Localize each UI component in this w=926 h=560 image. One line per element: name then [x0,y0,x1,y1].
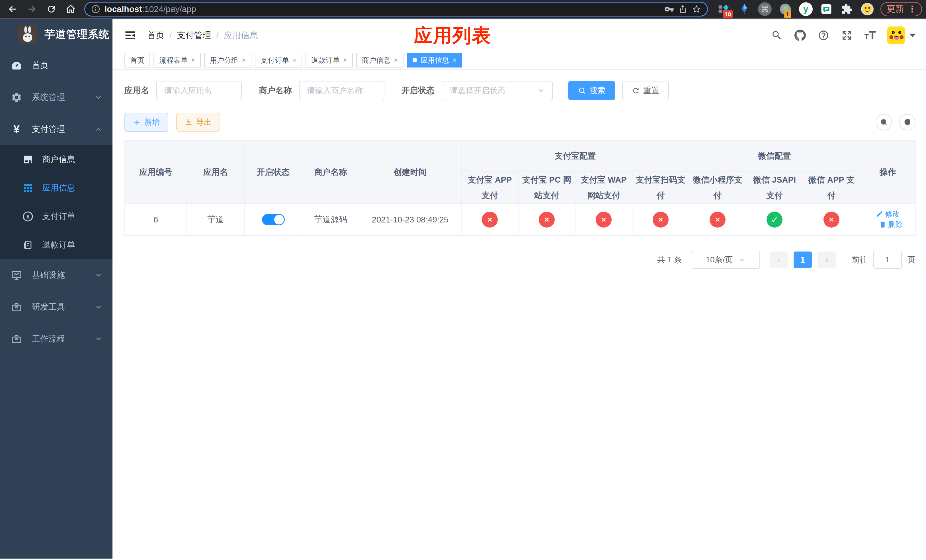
active-dot [413,58,417,62]
sidebar-item-payment[interactable]: ¥ 支付管理 [0,114,112,145]
reset-button[interactable]: 重置 [622,81,669,100]
group-header-wechat: 微信配置 [689,141,860,172]
col-header-app-id: 应用编号 [125,141,187,204]
github-icon[interactable] [794,29,806,42]
status-toggle[interactable] [262,214,285,225]
close-icon[interactable]: × [343,57,347,64]
grid-icon [22,182,33,194]
tab-pay-order[interactable]: 支付订单× [255,53,302,68]
close-icon[interactable]: × [452,57,457,64]
breadcrumb-payment[interactable]: 支付管理 [177,30,211,41]
help-icon[interactable] [817,29,830,42]
tab-refund-order[interactable]: 退款订单× [306,53,353,68]
table-refresh-button[interactable] [899,114,915,130]
extensions-puzzle-icon[interactable] [840,2,854,17]
page-content: 应用名 商户名称 开启状态 请选择开启状态 搜索 [112,70,926,558]
extension-chat-icon[interactable] [819,2,834,17]
alipay-pc-status-icon: × [539,212,555,228]
close-icon[interactable]: × [394,57,398,64]
logo-image [18,25,37,44]
extension-recorder-icon[interactable]: 1 [778,2,793,17]
sidebar-item-merchant-info[interactable]: 商户信息 [0,145,112,174]
sidebar-item-workflow[interactable]: 工作流程 [0,323,112,355]
reload-icon[interactable] [43,2,60,17]
prev-page-button[interactable]: ‹ [770,251,788,268]
shop-icon [22,154,33,165]
tab-user-group[interactable]: 用户分组× [204,53,251,68]
yen-circle-icon: ¥ [22,211,33,222]
extensions-area: 10 ⌘ 1 y [713,2,878,17]
header-search-icon[interactable] [770,29,783,42]
page-number-1[interactable]: 1 [794,251,812,268]
share-icon[interactable] [678,4,688,14]
sidebar-item-refund-order[interactable]: 退款订单 [0,231,112,259]
close-icon[interactable]: × [242,57,246,64]
chevron-down-icon [738,256,746,263]
close-icon[interactable]: × [191,57,195,64]
merchant-name-input[interactable] [307,86,377,95]
extension-kite-icon[interactable] [737,2,752,17]
col-header-alipay-app: 支付宝 APP 支付 [461,172,518,204]
cell-app-id: 6 [125,204,187,236]
extension-yuque-icon[interactable]: y [799,2,813,17]
tab-process-form[interactable]: 流程表单× [153,53,201,68]
search-button[interactable]: 搜索 [568,81,615,100]
next-page-button[interactable]: › [817,251,836,268]
chevron-up-icon [95,126,102,133]
home-icon[interactable] [62,2,79,17]
edit-link[interactable]: 修改 [876,209,900,219]
user-avatar [887,26,905,44]
pencil-icon [876,210,883,218]
collapse-sidebar-icon[interactable] [121,26,139,44]
col-header-alipay-pc: 支付宝 PC 网站支付 [518,172,575,204]
app-logo[interactable]: 芋道管理系统 [0,20,112,50]
col-header-merchant: 商户名称 [302,141,359,204]
font-size-icon[interactable]: TT [864,29,876,42]
back-icon[interactable] [4,2,21,17]
password-key-icon[interactable] [664,4,674,14]
extension-tango-icon[interactable]: 10 [716,2,731,17]
status-select[interactable]: 请选择开启状态 [442,81,553,100]
trash-icon [879,221,887,229]
dashboard-icon [11,60,22,71]
table-search-toggle-button[interactable] [876,114,892,130]
extension-command-icon[interactable]: ⌘ [757,2,772,17]
page-annotation-title: 应用列表 [414,23,491,48]
sidebar-item-infrastructure[interactable]: 基础设施 [0,259,112,291]
delete-link[interactable]: 删除 [879,219,903,230]
chevron-down-icon [95,94,102,101]
page-size-select[interactable]: 10条/页 [691,251,760,269]
sidebar-item-system[interactable]: 系统管理 [0,82,112,114]
chevron-down-icon [95,271,102,279]
export-button[interactable]: 导出 [176,113,220,132]
bookmark-star-icon[interactable] [691,4,701,14]
table-row: 6 芋道 芋道源码 2021-10-23 08:49:25 × × × × × … [125,204,916,236]
tab-home[interactable]: 首页 [124,53,150,68]
toolbox-icon [11,301,22,313]
sidebar-item-app-info[interactable]: 应用信息 [0,174,112,202]
merchant-name-label: 商户名称 [259,85,292,96]
breadcrumb-home[interactable]: 首页 [147,30,164,41]
sidebar-item-home[interactable]: 首页 [0,50,112,82]
profile-avatar-icon[interactable] [860,2,875,17]
forward-icon[interactable] [23,2,41,17]
payment-submenu: 商户信息 应用信息 ¥ 支付订单 退款订单 [0,145,112,259]
tab-app-info[interactable]: 应用信息× [407,53,462,68]
extension-badge: 10 [723,10,733,18]
chrome-menu-icon[interactable]: ⋮ [908,4,917,15]
site-info-icon[interactable] [91,4,100,14]
chrome-update-button[interactable]: 更新 ⋮ [881,2,922,16]
user-menu[interactable] [887,26,916,44]
url-bar[interactable]: localhost:1024/pay/app [84,2,708,17]
goto-page-input[interactable] [873,251,902,269]
sidebar-item-pay-order[interactable]: ¥ 支付订单 [0,202,112,231]
app-title: 芋道管理系统 [44,27,109,42]
fullscreen-icon[interactable] [841,29,853,42]
col-header-wechat-jsapi: 微信 JSAPI 支付 [746,172,803,204]
tab-merchant-info[interactable]: 商户信息× [356,53,404,68]
close-icon[interactable]: × [292,57,297,64]
col-header-wechat-mini: 微信小程序支付 [689,172,746,204]
app-name-input[interactable] [164,86,234,95]
sidebar-item-dev-tools[interactable]: 研发工具 [0,291,112,323]
add-button[interactable]: 新增 [124,113,168,132]
